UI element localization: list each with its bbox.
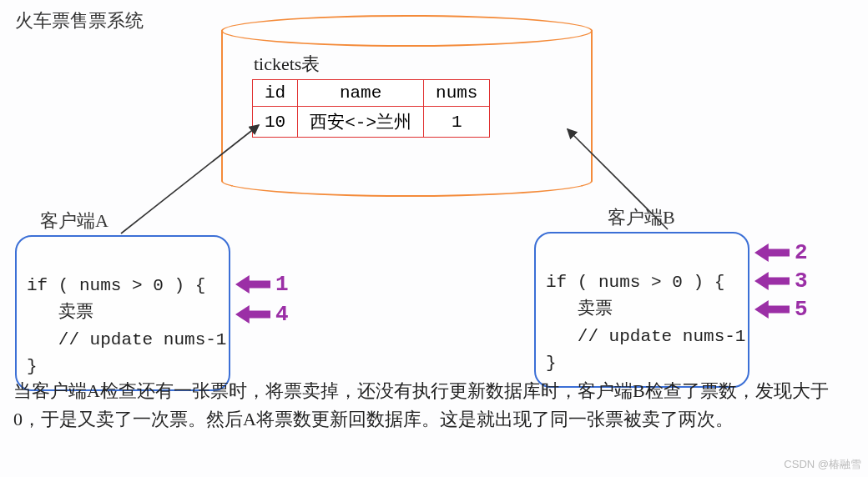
step-number: 3 <box>795 269 808 294</box>
col-name: name <box>298 80 424 107</box>
arrow-left-icon <box>754 244 790 262</box>
client-b-codebox: if ( nums > 0 ) { 卖票 // update nums-1 } <box>534 232 749 388</box>
client-b-line2: 卖票 <box>546 299 613 319</box>
arrow-left-icon <box>235 275 270 294</box>
step-arrow-1: 1 <box>235 272 289 297</box>
cell-nums: 1 <box>424 107 490 138</box>
arrow-left-icon <box>754 272 790 290</box>
step-number: 2 <box>795 240 808 265</box>
table-label: tickets表 <box>254 52 320 77</box>
client-a-line1: if ( nums > 0 ) { <box>27 276 205 295</box>
client-b-line3: // update nums-1 <box>546 327 745 346</box>
arrow-left-icon <box>754 300 790 319</box>
watermark: CSDN @椿融雪 <box>784 457 861 472</box>
client-b-line4: } <box>546 354 557 373</box>
client-b-label: 客户端B <box>608 205 675 230</box>
col-nums: nums <box>424 80 490 107</box>
cell-id: 10 <box>253 107 298 138</box>
system-title: 火车票售票系统 <box>15 8 144 33</box>
client-a-line4: } <box>27 357 38 376</box>
client-b-line1: if ( nums > 0 ) { <box>546 273 724 292</box>
step-number: 4 <box>275 302 289 327</box>
step-arrow-2: 2 <box>754 240 808 265</box>
step-arrow-4: 4 <box>235 302 289 327</box>
col-id: id <box>253 80 298 107</box>
client-a-codebox: if ( nums > 0 ) { 卖票 // update nums-1 } <box>15 235 230 391</box>
cell-name: 西安<->兰州 <box>298 107 424 138</box>
tickets-table: id name nums 10 西安<->兰州 1 <box>252 79 490 138</box>
step-arrow-3: 3 <box>754 269 808 294</box>
arrow-left-icon <box>235 305 270 324</box>
table-header-row: id name nums <box>253 80 490 107</box>
step-number: 1 <box>275 272 289 297</box>
step-number: 5 <box>795 297 808 322</box>
table-row: 10 西安<->兰州 1 <box>253 107 490 138</box>
step-arrow-5: 5 <box>754 297 808 322</box>
client-a-line2: 卖票 <box>27 303 93 322</box>
explanation-text: 当客户端A检查还有一张票时，将票卖掉，还没有执行更新数据库时，客户端B检查了票数… <box>13 377 848 434</box>
client-a-label: 客户端A <box>40 208 108 233</box>
client-a-line3: // update nums-1 <box>27 330 226 349</box>
